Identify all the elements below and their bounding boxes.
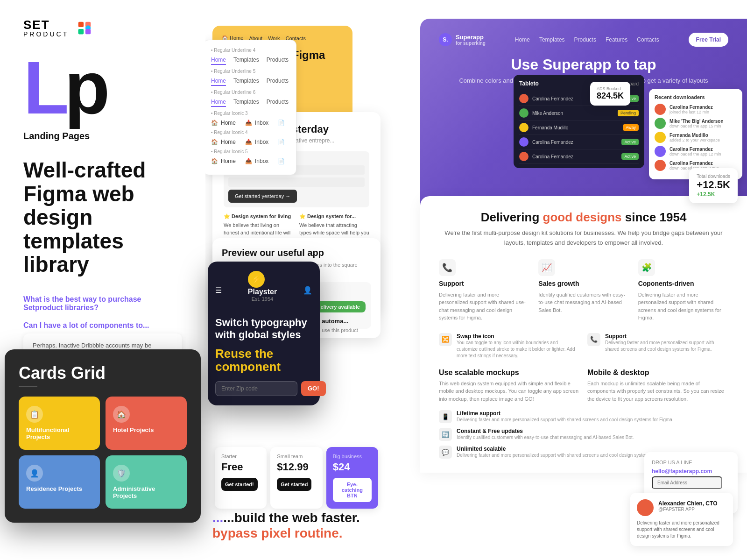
svg-rect-0 bbox=[78, 22, 84, 27]
testimonial-info: Alexander Chien, CTO @FAPSTER APP bbox=[658, 500, 717, 516]
support-icon: 📞 bbox=[439, 259, 456, 276]
dark-name-3: Fernanda Mudillo bbox=[532, 125, 568, 130]
card-administrative[interactable]: 🛡️ Administrative Projects bbox=[106, 455, 187, 509]
nav-demo-panel: • Regular Underline 4 Home Templates Pro… bbox=[203, 40, 296, 175]
nav-home-3[interactable]: Home bbox=[211, 99, 226, 107]
card-residence[interactable]: 👤 Residence Projects bbox=[19, 455, 100, 509]
testimonial-role: @FAPSTER APP bbox=[658, 507, 717, 512]
delivering-desc: We're the first multi-purpose design kit… bbox=[439, 228, 728, 248]
testimonial-header: Alexander Chien, CTO @FAPSTER APP bbox=[637, 499, 726, 516]
nav-products-2[interactable]: Products bbox=[267, 78, 289, 86]
inbox-iconic-4[interactable]: 📥Inbox bbox=[245, 139, 268, 145]
superapp-nav-home[interactable]: Home bbox=[515, 36, 530, 43]
unlimited-icon: 💬 bbox=[439, 446, 452, 459]
big-cta[interactable]: Eye-catching BTN bbox=[333, 478, 372, 502]
inbox-iconic-5[interactable]: 📥Inbox bbox=[245, 158, 268, 164]
total-downloads-label: Total downloads bbox=[697, 174, 730, 179]
superapp-trial-button[interactable]: Free Trial bbox=[689, 33, 728, 47]
downloader-3: Fernanda Mudillo added 2 to your workspa… bbox=[655, 132, 737, 143]
templates-iconic-4[interactable]: 📄 bbox=[278, 139, 285, 145]
faq-question-1[interactable]: What is the best way to purchase Setprod… bbox=[23, 295, 182, 312]
card-multifunctional-icon: 📋 bbox=[26, 406, 43, 423]
superapp-logo: S. Superapp for superking bbox=[439, 33, 486, 46]
total-downloads-number: +12.5K bbox=[697, 179, 730, 191]
mobile-menu-icon[interactable]: ☰ bbox=[215, 286, 222, 295]
sales-title: Sales growth bbox=[538, 280, 628, 287]
downloader-avatar-3 bbox=[655, 132, 666, 143]
superapp-nav-contacts[interactable]: Contacts bbox=[637, 36, 659, 43]
delivering-card: Delivering good designs since 1954 We're… bbox=[420, 196, 747, 473]
sales-icon: 📈 bbox=[538, 259, 555, 276]
testimonial-name: Alexander Chien, CTO bbox=[658, 500, 717, 507]
get-started-btn[interactable]: Get started yesterday → bbox=[228, 190, 297, 203]
card-residence-label: Residence Projects bbox=[26, 485, 92, 492]
dark-status-4: Active bbox=[621, 139, 639, 145]
support2-icon: 📞 bbox=[587, 333, 600, 346]
home-iconic-4[interactable]: 🏠Home bbox=[211, 139, 236, 145]
superapp-nav-links: Home Templates Products Features Contact… bbox=[515, 36, 659, 43]
dark-avatar-3 bbox=[519, 123, 529, 132]
nav-products-1[interactable]: Products bbox=[267, 57, 289, 65]
l-character: L bbox=[23, 56, 69, 120]
sub-features-list: 📱 Lifetime support Delivering faster and… bbox=[439, 410, 728, 459]
components-icon: 🧩 bbox=[638, 259, 655, 276]
mobile-logo-area: ⚡ Playster Est. 1954 bbox=[248, 271, 277, 309]
faq-question-2[interactable]: Can I have a lot of components to... bbox=[23, 321, 182, 330]
card-multifunctional[interactable]: 📋 Multifunctional Projects bbox=[19, 397, 100, 450]
card-hotel-label: Hotel Projects bbox=[113, 426, 179, 433]
dark-status-5: Active bbox=[621, 153, 639, 160]
inbox-iconic-3[interactable]: 📥Inbox bbox=[245, 120, 268, 126]
dark-avatar-5 bbox=[519, 152, 529, 161]
home-iconic-3[interactable]: 🏠Home bbox=[211, 120, 236, 126]
superapp-logo-circle: S. bbox=[439, 33, 452, 46]
contact-email-input[interactable] bbox=[652, 476, 722, 489]
zip-code-input[interactable] bbox=[215, 381, 297, 396]
templates-iconic-5[interactable]: 📄 bbox=[278, 158, 285, 164]
starter-price: Free bbox=[221, 461, 260, 473]
recent-downloaders-title: Recent downloaders bbox=[655, 94, 737, 100]
delivering-highlight: good designs bbox=[543, 210, 622, 224]
superapp-nav-templates[interactable]: Templates bbox=[539, 36, 565, 43]
small-cta[interactable]: Get started bbox=[277, 478, 311, 491]
home-iconic-5[interactable]: 🏠Home bbox=[211, 158, 236, 164]
components-title: Coponents-driven bbox=[638, 280, 728, 287]
nav-iconic-4: 🏠Home 📥Inbox 📄 bbox=[211, 139, 289, 145]
downloader-info-1: Carolina Fernandez joined the last 12 mi… bbox=[669, 105, 713, 114]
mobile-user-icon[interactable]: 👤 bbox=[303, 286, 312, 295]
total-downloads-badge: Total downloads +12.5K +12.5K bbox=[689, 168, 738, 203]
dark-avatar-2 bbox=[519, 108, 529, 118]
starter-cta[interactable]: Get started! bbox=[221, 478, 258, 491]
nav-templates-3[interactable]: Templates bbox=[233, 99, 259, 107]
nav-iconic-5: 🏠Home 📥Inbox 📄 bbox=[211, 158, 289, 164]
free-updates: 🔄 Constant & Free updates Identify quali… bbox=[439, 428, 728, 441]
nav-products-3[interactable]: Products bbox=[267, 99, 289, 107]
big-tier: Big business bbox=[333, 454, 372, 459]
cards-grid-title: Cards Grid bbox=[19, 363, 187, 383]
nav-home-1[interactable]: Home bbox=[211, 57, 226, 65]
dark-app-title: Tableto bbox=[519, 80, 539, 87]
nav-underline-6: Home Templates Products bbox=[211, 99, 289, 107]
card-hotel[interactable]: 🏠 Hotel Projects bbox=[106, 397, 187, 450]
superapp-nav-features[interactable]: Features bbox=[606, 36, 627, 43]
downloader-avatar-2 bbox=[655, 118, 666, 129]
nav-templates-1[interactable]: Templates bbox=[233, 57, 259, 65]
contact-title: DROP US A LINE bbox=[652, 460, 730, 465]
swap-support-grid: 🔀 Swap the icon You can toggle to any ic… bbox=[439, 333, 728, 359]
dark-name-1: Carolina Fernandez bbox=[532, 96, 573, 101]
mobile-desktop: Mobile & desktop Each mockup is unlimite… bbox=[587, 369, 728, 403]
feature-support: 📞 Support Delivering faster and more per… bbox=[439, 259, 529, 322]
dark-row-4: Carolina Fernandez Active bbox=[519, 135, 639, 149]
superapp-nav-products[interactable]: Products bbox=[574, 36, 596, 43]
templates-iconic-3[interactable]: 📄 bbox=[278, 120, 285, 126]
mobile-nav: ☰ ⚡ Playster Est. 1954 👤 bbox=[215, 271, 312, 309]
build-purple: ... bbox=[212, 510, 223, 525]
go-button[interactable]: GO! bbox=[301, 381, 326, 396]
nav-home-2[interactable]: Home bbox=[211, 78, 226, 86]
small-tier: Small team bbox=[277, 454, 316, 459]
reuse-component-text: Reuse the component bbox=[215, 347, 312, 374]
nav-templates-2[interactable]: Templates bbox=[233, 78, 259, 86]
bypass-line: bypass pixel routine. bbox=[212, 525, 360, 541]
card-multifunctional-label: Multifunctional Projects bbox=[26, 426, 92, 440]
starter-tier: Starter bbox=[221, 454, 260, 459]
build-line: ......build the web faster. bbox=[212, 510, 360, 526]
